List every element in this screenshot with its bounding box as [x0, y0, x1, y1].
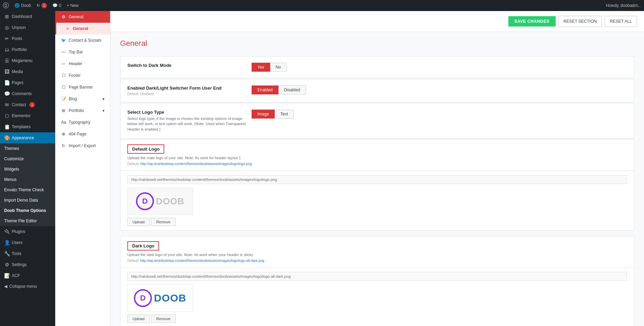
site-name-bar-item[interactable]: 🌐 Doob	[14, 3, 31, 8]
acf-label: ACF	[12, 273, 20, 278]
dark-light-default: Default: Disabled	[127, 92, 252, 96]
import-demo-sub-label: Import Demo Data	[4, 198, 38, 203]
dark-mode-no-btn[interactable]: No	[270, 63, 287, 72]
contact-socials-icon: 🐦	[61, 38, 66, 43]
blog-arrow-icon: ▼	[102, 97, 105, 101]
default-logo-url-input[interactable]	[127, 175, 627, 184]
logo-type-label: Select Logo Type	[127, 110, 252, 115]
default-logo-remove-btn[interactable]: Remove	[151, 218, 176, 226]
new-content-bar-item[interactable]: + New	[67, 3, 78, 8]
dark-logo-default-link[interactable]: http://wp.test/doob/wp-content/themes/do…	[140, 259, 264, 263]
menus-sub-label: Menus	[4, 177, 17, 182]
sidebar-item-appearance[interactable]: 🎨Appearance Themes Customize Widgets Men…	[0, 132, 55, 226]
404-icon: ⊕	[61, 132, 66, 136]
save-changes-button[interactable]: SAVE CHANGES	[508, 16, 556, 27]
disabled-btn[interactable]: Disabled	[279, 85, 306, 94]
default-logo-default-link[interactable]: http://wp.test/doob/wp-content/themes/do…	[140, 162, 252, 166]
sidebar-item-megamenu[interactable]: ☰Megamenu	[0, 55, 55, 66]
comments-menu-icon: 💬	[4, 91, 10, 96]
admin-bar: ⓪ 🌐 Doob ↻ 1 💬 0 + New Howdy, doobadm...	[0, 0, 644, 11]
dark-logo-upload-btn[interactable]: Upload	[127, 315, 150, 323]
default-logo-preview: D DOOB	[127, 187, 193, 215]
plugins-label: Plugins	[12, 229, 25, 234]
default-logo-d-circle: D	[136, 192, 154, 210]
sidebar-item-portfolio[interactable]: 🗂Portfolio	[0, 44, 55, 55]
reset-section-button[interactable]: RESET SECTION	[558, 16, 602, 27]
default-logo-upload-btn[interactable]: Upload	[127, 218, 150, 226]
general-sub-label: General	[73, 26, 105, 31]
subnav-general[interactable]: ⚙ General	[55, 11, 110, 23]
subnav-top-bar[interactable]: — Top Bar	[55, 46, 110, 58]
sidebar-item-templates[interactable]: 📋Templates	[0, 121, 55, 132]
main-content: SAVE CHANGES RESET SECTION RESET ALL Gen…	[110, 11, 644, 326]
sidebar-item-tools[interactable]: 🔧Tools	[0, 248, 55, 259]
content-body: SAVE CHANGES RESET SECTION RESET ALL Gen…	[110, 11, 644, 326]
sidebar-item-comments[interactable]: 💬Comments	[0, 88, 55, 99]
sidebar-item-settings[interactable]: ⚙Settings	[0, 259, 55, 270]
dark-light-toggle-group: Enabled Disabled	[252, 85, 627, 94]
dark-logo-remove-btn[interactable]: Remove	[151, 315, 176, 323]
sub-themes[interactable]: Themes	[0, 143, 55, 154]
sub-customize[interactable]: Customize	[0, 154, 55, 164]
subnav-general-sub[interactable]: ≡ General	[55, 23, 110, 34]
default-logo-header: Default Logo Upload the main logo of you…	[120, 139, 634, 171]
enabled-btn[interactable]: Enabled	[252, 85, 279, 94]
sidebar-item-elementor[interactable]: ⬡Elementor	[0, 110, 55, 121]
comments-bar-item[interactable]: 💬 0	[52, 3, 61, 8]
sidebar-item-acf[interactable]: 📝ACF	[0, 270, 55, 281]
comments-count: 0	[59, 3, 61, 8]
sidebar-item-users[interactable]: 👤Users	[0, 237, 55, 248]
sub-doob-options[interactable]: Doob Theme Options	[0, 205, 55, 216]
sidebar-item-posts[interactable]: ✏Posts	[0, 33, 55, 44]
logo-image-btn[interactable]: Image	[252, 110, 275, 119]
sidebar-item-contact[interactable]: ✉Contact1	[0, 99, 55, 110]
dark-logo-url-input[interactable]	[127, 272, 627, 281]
contact-label: Contact	[12, 102, 26, 107]
dark-mode-yes-btn[interactable]: Yes	[252, 63, 270, 72]
default-logo-desc: Upload the main logo of your site. Note:…	[127, 156, 627, 160]
logo-text-btn[interactable]: Text	[275, 110, 294, 119]
dark-mode-control: Yes No	[252, 63, 627, 72]
sidebar-item-plugins[interactable]: 🔌Plugins	[0, 226, 55, 237]
subnav-page-banner[interactable]: ☐ Page Banner	[55, 81, 110, 93]
tools-label: Tools	[12, 251, 21, 256]
wp-logo-icon[interactable]: ⓪	[3, 1, 9, 10]
appearance-label: Appearance	[12, 135, 34, 140]
tools-icon: 🔧	[4, 251, 10, 256]
sidebar-item-dashboard[interactable]: ⊞Dashboard	[0, 11, 55, 22]
dark-light-control: Enabled Disabled	[252, 85, 627, 94]
settings-label: Settings	[12, 262, 27, 267]
sidebar-item-unyson[interactable]: ◎Unyson	[0, 22, 55, 33]
pages-icon: 📄	[4, 80, 10, 85]
subnav-header[interactable]: — Header	[55, 58, 110, 70]
subnav-404-page[interactable]: ⊕ 404 Page	[55, 128, 110, 140]
subnav-typography[interactable]: Aa Typography	[55, 116, 110, 128]
contact-icon: ✉	[4, 102, 10, 108]
header-label: Header	[69, 61, 105, 66]
templates-label: Templates	[12, 124, 31, 129]
subnav-contact-socials[interactable]: 🐦 Contact & Socials	[55, 34, 110, 46]
dashboard-icon: ⊞	[4, 14, 10, 19]
subnav-footer[interactable]: ☐ Footer	[55, 70, 110, 81]
dark-logo-desc: Upload the dark logo of your site. Note:…	[127, 253, 627, 257]
sub-menus[interactable]: Menus	[0, 174, 55, 185]
acf-icon: 📝	[4, 273, 10, 278]
dashboard-label: Dashboard	[12, 14, 32, 19]
sub-envato-check[interactable]: Envato Theme Check	[0, 185, 55, 195]
subnav-import-export[interactable]: ↻ Import / Export	[55, 140, 110, 152]
subnav-blog[interactable]: 📝 Blog ▼	[55, 93, 110, 105]
reset-all-button[interactable]: RESET ALL	[605, 16, 637, 27]
header-icon: —	[61, 61, 66, 66]
sidebar-item-media[interactable]: 🖼Media	[0, 66, 55, 77]
sidebar-item-pages[interactable]: 📄Pages	[0, 77, 55, 88]
sub-import-demo[interactable]: Import Demo Data	[0, 195, 55, 205]
appearance-icon: 🎨	[4, 135, 10, 141]
top-bar-label: Top Bar	[69, 50, 105, 54]
subnav-portfolio[interactable]: ⊞ Portfolio ▼	[55, 105, 110, 116]
dark-mode-setting-row: Switch to Dark Mode Yes No	[120, 56, 634, 78]
sub-widgets[interactable]: Widgets	[0, 164, 55, 174]
updates-bar-item[interactable]: ↻ 1	[37, 3, 47, 8]
collapse-menu-button[interactable]: ◀ Collapse menu	[0, 281, 55, 292]
logo-type-toggle-group: Image Text	[252, 110, 627, 119]
sub-theme-editor[interactable]: Theme File Editor	[0, 216, 55, 226]
